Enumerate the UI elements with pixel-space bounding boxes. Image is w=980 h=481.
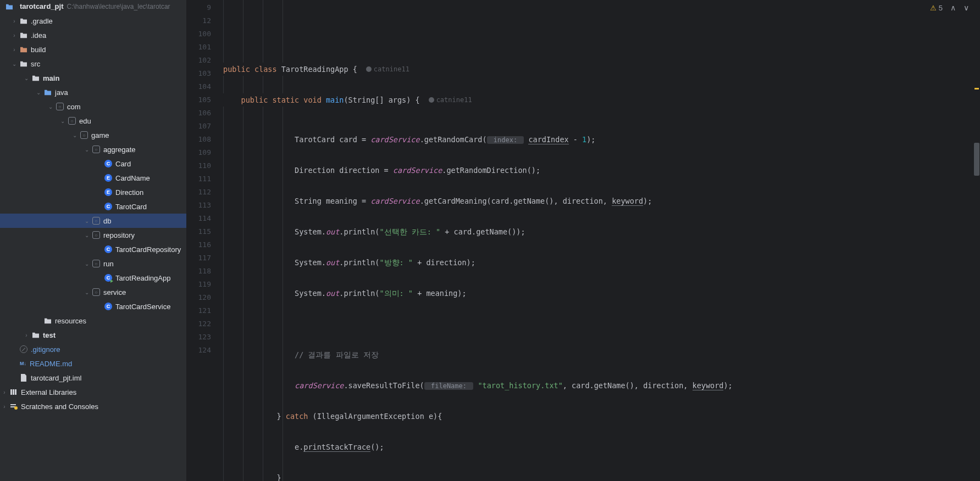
tree-item-java[interactable]: ⌄ java bbox=[0, 85, 186, 99]
chevron-down-icon: ⌄ bbox=[70, 132, 79, 138]
code-line[interactable]: // 결과를 파일로 저장 bbox=[221, 348, 980, 361]
code-line[interactable]: TarotCard card = cardService.getRandomCa… bbox=[221, 133, 980, 146]
tree-item-edu[interactable]: ⌄ ○ edu bbox=[0, 114, 186, 128]
code-line[interactable]: } catch (IllegalArgumentException e){ bbox=[221, 410, 980, 423]
tree-item-tarotcardrepository[interactable]: › C TarotCardRepository bbox=[0, 242, 186, 256]
code-line[interactable]: System.out.println("선택한 카드: " + card.get… bbox=[221, 225, 980, 238]
tree-item-gitignore[interactable]: › .gitignore bbox=[0, 342, 186, 356]
tree-item-card[interactable]: › C Card bbox=[0, 156, 186, 171]
tree-item-idea[interactable]: › .idea bbox=[0, 28, 186, 42]
package-icon: ○ bbox=[79, 131, 89, 139]
tree-item-src[interactable]: ⌄ src bbox=[0, 57, 186, 71]
markdown-icon: M↓ bbox=[19, 361, 27, 366]
chevron-down-icon: ⌄ bbox=[34, 90, 43, 96]
tree-item-tarotreadingapp[interactable]: › C TarotReadingApp bbox=[0, 271, 186, 285]
sticky-header-line[interactable]: public static void main(String[] args) {… bbox=[221, 93, 980, 107]
svg-rect-3 bbox=[10, 404, 16, 405]
class-icon: C bbox=[103, 245, 113, 253]
tree-label: Card bbox=[115, 160, 131, 168]
class-icon: C bbox=[103, 203, 113, 210]
code-line[interactable]: cardService.saveResultToFile( fileName: … bbox=[221, 379, 980, 392]
resources-folder-icon bbox=[43, 317, 53, 324]
line-number: 110 bbox=[187, 159, 221, 172]
scroll-marker-warning[interactable] bbox=[975, 88, 979, 90]
code-line[interactable]: System.out.println("방향: " + direction); bbox=[221, 256, 980, 269]
line-number: 124 bbox=[187, 344, 221, 357]
tree-label: java bbox=[55, 88, 68, 97]
next-highlight-button[interactable]: ∨ bbox=[964, 3, 969, 12]
code-content[interactable]: public class TarotReadingApp {catnine11 … bbox=[221, 0, 980, 481]
tree-item-aggregate[interactable]: ⌄ ○ aggregate bbox=[0, 142, 186, 156]
tree-item-resources[interactable]: › resources bbox=[0, 314, 186, 328]
project-path: C:\hanhwa\lecture\java_lec\tarotcar bbox=[67, 3, 170, 10]
chevron-down-icon: ⌄ bbox=[46, 104, 55, 110]
tree-item-cardname[interactable]: › E CardName bbox=[0, 171, 186, 185]
sticky-header-line[interactable]: public class TarotReadingApp {catnine11 bbox=[221, 63, 980, 76]
tree-label: com bbox=[67, 103, 81, 111]
class-icon: C bbox=[103, 303, 113, 310]
editor-scrollbar[interactable] bbox=[973, 0, 980, 481]
code-line[interactable]: Direction direction = cardService.getRan… bbox=[221, 164, 980, 177]
tree-item-direction[interactable]: › E Direction bbox=[0, 185, 186, 199]
code-line[interactable]: } bbox=[221, 471, 980, 481]
runnable-class-icon: C bbox=[103, 274, 113, 282]
scroll-thumb[interactable] bbox=[974, 143, 979, 176]
tree-label: TarotCardService bbox=[115, 303, 170, 311]
svg-rect-1 bbox=[13, 389, 14, 395]
tree-item-service[interactable]: ⌄ ○ service bbox=[0, 285, 186, 299]
chevron-down-icon: ⌄ bbox=[22, 75, 31, 81]
author-inlay[interactable]: catnine11 bbox=[429, 93, 472, 107]
file-icon bbox=[19, 374, 29, 382]
line-number: 101 bbox=[187, 41, 221, 54]
chevron-down-icon: ⌄ bbox=[58, 118, 67, 124]
code-line[interactable]: e.printStackTrace(); bbox=[221, 440, 980, 454]
folder-icon bbox=[19, 32, 29, 38]
project-name: tarotcard_pjt bbox=[20, 2, 63, 10]
tree-item-readme[interactable]: › M↓ README.md bbox=[0, 356, 186, 371]
line-number: 100 bbox=[187, 27, 221, 41]
line-number: 111 bbox=[187, 172, 221, 186]
code-line[interactable]: System.out.println("의미: " + meaning); bbox=[221, 287, 980, 300]
scratches-icon bbox=[9, 403, 19, 410]
tree-item-main[interactable]: ⌄ main bbox=[0, 71, 186, 85]
tree-label: main bbox=[43, 74, 59, 82]
chevron-down-icon: ⌄ bbox=[82, 261, 91, 267]
folder-icon bbox=[19, 18, 29, 24]
tree-item-iml[interactable]: › tarotcard_pjt.iml bbox=[0, 371, 186, 385]
tree-label: CardName bbox=[115, 174, 150, 182]
tree-label: Scratches and Consoles bbox=[21, 402, 98, 411]
tree-label: TarotReadingApp bbox=[115, 274, 170, 282]
chevron-down-icon: ⌄ bbox=[10, 61, 19, 67]
project-root-item[interactable]: tarotcard_pjt C:\hanhwa\lecture\java_lec… bbox=[0, 0, 186, 13]
prev-highlight-button[interactable]: ∧ bbox=[950, 3, 956, 12]
tree-item-game[interactable]: ⌄ ○ game bbox=[0, 128, 186, 142]
tree-item-tarotcard[interactable]: › C TarotCard bbox=[0, 199, 186, 214]
line-number: 104 bbox=[187, 80, 221, 93]
project-tool-window[interactable]: tarotcard_pjt C:\hanhwa\lecture\java_lec… bbox=[0, 0, 187, 481]
code-line[interactable]: String meaning = cardService.getCardMean… bbox=[221, 194, 980, 208]
line-number: 116 bbox=[187, 238, 221, 251]
tree-item-build[interactable]: › build bbox=[0, 42, 186, 57]
folder-icon bbox=[31, 75, 41, 81]
tree-item-scratches[interactable]: › Scratches and Consoles bbox=[0, 399, 186, 413]
tree-item-test[interactable]: › test bbox=[0, 328, 186, 342]
line-number: 113 bbox=[187, 199, 221, 212]
code-line[interactable] bbox=[221, 317, 980, 331]
tree-item-external-libs[interactable]: › External Libraries bbox=[0, 385, 186, 399]
class-icon: C bbox=[103, 160, 113, 167]
package-icon: ○ bbox=[67, 117, 77, 125]
tree-item-tarotcardservice[interactable]: › C TarotCardService bbox=[0, 299, 186, 314]
tree-item-db[interactable]: ⌄ ○ db bbox=[0, 214, 186, 228]
tree-item-com[interactable]: ⌄ ○ com bbox=[0, 99, 186, 114]
line-number: 115 bbox=[187, 225, 221, 238]
package-icon: ○ bbox=[91, 146, 101, 153]
tree-item-gradle[interactable]: › .gradle bbox=[0, 14, 186, 28]
warning-count-badge[interactable]: 5 bbox=[930, 4, 943, 12]
line-number: 107 bbox=[187, 120, 221, 133]
tree-item-repository[interactable]: ⌄ ○ repository bbox=[0, 228, 186, 242]
editor-gutter[interactable]: 9 12 100 101 102 103 104 105 106 107 108… bbox=[187, 0, 221, 481]
inspection-widget[interactable]: 5 ∧ ∨ bbox=[930, 3, 969, 12]
tree-item-run[interactable]: ⌄ ○ run bbox=[0, 256, 186, 271]
author-inlay[interactable]: catnine11 bbox=[366, 63, 409, 76]
code-editor[interactable]: 9 12 100 101 102 103 104 105 106 107 108… bbox=[187, 0, 980, 481]
